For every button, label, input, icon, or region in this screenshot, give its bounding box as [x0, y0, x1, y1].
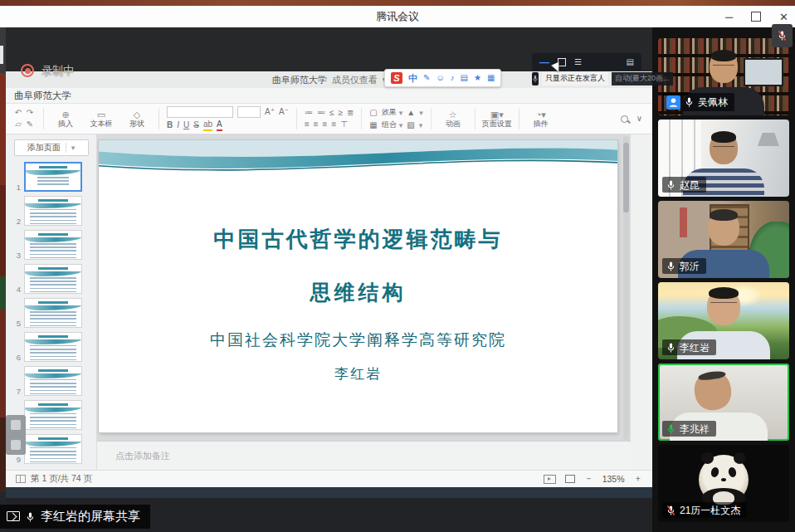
slide-thumbnail-2[interactable] — [24, 196, 82, 226]
highlight-button[interactable]: ab — [203, 120, 212, 131]
bold-button[interactable]: B — [167, 120, 173, 130]
strikethrough-button[interactable]: S — [193, 120, 199, 130]
redo-icon[interactable]: ↷ — [24, 107, 36, 119]
font-color-button[interactable]: A — [217, 120, 222, 131]
ime-keyboard-icon[interactable]: ▤ — [461, 74, 468, 82]
sogou-logo-icon[interactable]: S — [391, 72, 402, 84]
fill-color-icon[interactable]: ▲ — [407, 108, 415, 118]
participant-tile-lizhaoxiang-speaking[interactable]: 李兆祥 — [658, 364, 789, 441]
animation-button[interactable]: ☆ 动画 — [439, 110, 467, 129]
add-page-button[interactable]: 添加页面 ▾ — [14, 139, 89, 156]
search-icon[interactable] — [621, 115, 628, 123]
divider — [361, 108, 362, 129]
tooltip: 只显示正在发言人 — [542, 72, 608, 85]
grid-layout-button[interactable]: ▤ — [627, 58, 634, 66]
participant-tile-wupeilin[interactable]: 吴佩林 — [658, 38, 789, 115]
align-left-icon[interactable]: ≡ — [305, 120, 310, 129]
slide-wave-decoration — [25, 408, 81, 412]
text-direction-icon[interactable]: ⊤ — [340, 120, 348, 129]
participant-tile-guoyi[interactable]: 郭沂 — [658, 201, 789, 278]
group-icon: ▦ — [369, 120, 377, 130]
textbox-icon: ▭ — [97, 110, 105, 120]
plugin-button[interactable]: ◔▾ 插件 — [527, 110, 555, 129]
floating-tool-overlay[interactable] — [6, 415, 26, 455]
align-right-icon[interactable]: ≡ — [323, 120, 328, 129]
notes-placeholder: 点击添加备注 — [115, 450, 170, 462]
ime-skin-icon[interactable]: ★ — [474, 74, 481, 82]
slide-thumbnail-1[interactable] — [24, 162, 82, 192]
participant-tile-lihongyan[interactable]: 李红岩 — [658, 282, 789, 359]
self-mic-muted-indicator[interactable] — [772, 24, 793, 47]
wps-view-mode[interactable]: 成员仅查看 — [332, 74, 378, 86]
ime-emoji-icon[interactable]: ☺ — [436, 74, 444, 82]
slide-thumbnail-6[interactable] — [24, 332, 82, 362]
numbered-list-icon[interactable]: ≕ — [317, 108, 325, 118]
textbox-button[interactable]: ▭ 文本框 — [87, 110, 115, 129]
participant-name: 李红岩 — [680, 343, 710, 353]
vertical-scrollbar[interactable] — [623, 136, 629, 440]
ime-mic-icon[interactable]: ♪ — [451, 74, 455, 82]
insert-label: 插入 — [58, 120, 73, 129]
maximize-button[interactable] — [751, 12, 761, 22]
divider — [475, 108, 476, 129]
ime-punctuation-icon[interactable]: ✎ — [423, 74, 430, 82]
font-family-select[interactable] — [167, 106, 233, 118]
underline-button[interactable]: U — [183, 120, 189, 130]
group-button[interactable]: 组合 ▾ — [382, 120, 403, 130]
participant-name-chip: 吴佩林 — [662, 93, 734, 111]
shape-label: 形状 — [129, 120, 144, 129]
slide-thumbnail-7[interactable] — [24, 366, 82, 396]
zoom-level[interactable]: 135% — [602, 474, 625, 484]
page-setup-button[interactable]: ▣▾ 页面设置 — [483, 110, 511, 129]
paste-icon[interactable]: ✎ — [24, 119, 36, 130]
slide-thumbnail-4[interactable] — [24, 264, 82, 294]
slide-thumbnail-3[interactable] — [24, 230, 82, 260]
slide-thumbnail-5[interactable] — [24, 298, 82, 328]
thumbnail-row: 3 — [11, 230, 96, 260]
fit-page-button[interactable] — [565, 475, 575, 483]
wps-tab-label: 曲阜师范大学 — [14, 90, 71, 102]
participant-name: 赵昆 — [680, 180, 700, 190]
justify-icon[interactable]: ≡ — [331, 120, 336, 129]
thumbnail-row: 7 — [11, 366, 96, 396]
close-button[interactable]: ✕ — [779, 12, 788, 22]
undo-icon[interactable]: ↶ — [12, 107, 24, 119]
notes-pane[interactable]: 点击添加备注 — [97, 441, 631, 470]
shape-button[interactable]: ◇ 形状 — [123, 110, 151, 129]
italic-button[interactable]: I — [177, 120, 179, 130]
slide-thumbnail-8[interactable] — [24, 400, 82, 430]
insert-button[interactable]: ⊕ 插入 — [51, 110, 80, 129]
undo-redo-group: ↶ ↷ ▱ ✎ — [12, 107, 36, 130]
indent-icon[interactable]: ≥ — [338, 108, 343, 118]
slide-title-line2: 思维结构 — [99, 279, 617, 306]
outdent-icon[interactable]: ≤ — [329, 108, 334, 118]
format-painter-icon[interactable]: ▱ — [12, 119, 24, 130]
decrease-font-icon[interactable]: A⁻ — [279, 107, 289, 117]
collapse-toolbar-icon[interactable]: ∨ — [636, 114, 642, 124]
slide-wave-decoration — [25, 305, 81, 310]
collapse-videos-button[interactable]: — — [539, 57, 549, 67]
ime-toolbox-icon[interactable]: ▦ — [487, 74, 495, 82]
slideshow-button[interactable] — [544, 475, 556, 484]
ime-language-icon[interactable]: 中 — [408, 74, 417, 83]
participant-tile-zhaokun[interactable]: 赵昆 — [658, 120, 789, 197]
slide-thumbnail-9[interactable] — [24, 434, 82, 464]
zoom-in-button[interactable]: ＋ — [634, 473, 643, 485]
list-layout-button[interactable]: ☰ — [574, 58, 582, 66]
page-number: 7 — [11, 387, 21, 396]
slide-wave-decoration — [25, 442, 81, 447]
font-size-select[interactable] — [237, 106, 261, 118]
selection-pane-icon[interactable]: ▧ — [407, 120, 414, 130]
align-center-icon[interactable]: ≡ — [314, 120, 319, 129]
line-spacing-icon[interactable]: ≣ — [347, 108, 354, 118]
increase-font-icon[interactable]: A⁺ — [265, 107, 275, 117]
effect-button[interactable]: 效果 ▾ — [382, 107, 403, 118]
ime-toolbar[interactable]: S 中 ✎ ☺ ♪ ▤ ★ ▦ — [384, 69, 501, 87]
participant-tile-duwenjie[interactable]: 21历一杜文杰 — [658, 445, 789, 522]
zoom-out-button[interactable]: － — [584, 473, 593, 485]
divider — [43, 108, 44, 129]
wps-document-tab[interactable]: 曲阜师范大学 — [6, 88, 652, 104]
slide-wave-decoration — [25, 203, 81, 208]
minimize-button[interactable]: ─ — [725, 12, 733, 22]
bullet-list-icon[interactable]: ≔ — [305, 108, 313, 118]
